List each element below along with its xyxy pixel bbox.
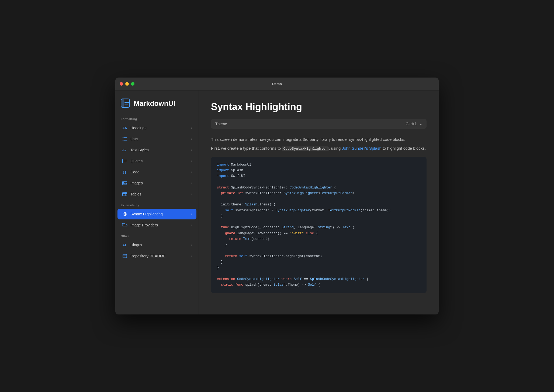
sidebar-item-text-styles[interactable]: abc Text Styles › [117,145,196,155]
maximize-button[interactable] [131,82,134,86]
chevron-right-icon: › [191,223,192,227]
dingus-icon: AI [122,242,128,248]
chevron-right-icon: › [191,137,192,141]
sidebar-item-repository-readme[interactable]: Repository README › [117,251,196,261]
theme-bar: Theme GitHub ⌄ [211,119,427,129]
sidebar-item-label-repository-readme: Repository README [130,254,188,258]
app-name: MarkdownUI [134,99,175,108]
sidebar-item-image-providers[interactable]: Image Providers › [117,220,196,230]
svg-rect-18 [123,181,127,185]
syntax-highlighting-icon [122,211,128,217]
section-label-other: Other [115,231,199,239]
svg-rect-20 [123,192,127,196]
chevron-right-icon: › [191,254,192,258]
readme-icon [122,253,128,259]
svg-text:AI: AI [122,243,126,247]
theme-selector[interactable]: GitHub ⌄ [406,122,422,126]
svg-rect-1 [121,99,124,107]
sidebar-item-syntax-highlighting[interactable]: Syntax Highlighting › [117,209,196,219]
abc-icon: abc [122,147,128,153]
sidebar-item-label-text-styles: Text Styles [130,148,188,152]
chevron-right-icon: › [191,159,192,163]
svg-rect-30 [122,223,125,226]
close-button[interactable] [120,82,123,86]
svg-point-19 [123,182,124,183]
sidebar-item-images[interactable]: Images › [117,178,196,188]
description-paragraph-2: First, we create a type that conforms to… [211,145,427,152]
sidebar-item-tables[interactable]: Tables › [117,189,196,200]
chevron-right-icon: › [191,148,192,152]
image-provider-icon [122,222,128,228]
chevron-right-icon: › [191,126,192,130]
sidebar: MarkdownUI Formatting AA Headings › [115,90,199,314]
chevron-right-icon: › [191,212,192,216]
svg-rect-13 [122,159,123,163]
sidebar-item-label-headings: Headings [130,126,188,130]
chevron-down-icon: ⌄ [420,122,422,126]
sidebar-item-label-code: Code [130,170,188,174]
theme-label: Theme [215,122,227,126]
sidebar-logo: MarkdownUI [115,96,199,114]
app-logo-icon [121,99,130,108]
chevron-right-icon: › [191,170,192,174]
sidebar-item-label-image-providers: Image Providers [130,223,188,227]
sidebar-item-label-lists: Lists [130,137,188,141]
section-label-extensibility: Extensibility [115,200,199,208]
aa-icon: AA [122,125,128,131]
code-icon: {} [122,169,128,175]
sidebar-item-headings[interactable]: AA Headings › [117,122,196,133]
sidebar-item-label-dingus: Dingus [130,243,188,247]
main-content: MarkdownUI Formatting AA Headings › [115,90,439,314]
code-syntax-highlighter: CodeSyntaxHighlighter [282,146,329,151]
sidebar-item-lists[interactable]: Lists › [117,134,196,144]
image-icon [122,180,128,186]
svg-text:AA: AA [122,126,127,130]
sidebar-item-dingus[interactable]: AI Dingus › [117,240,196,250]
app-window: Demo MarkdownUI Formatting [115,78,439,314]
window-title: Demo [272,82,282,86]
svg-text:{}: {} [122,170,127,174]
page-title: Syntax Highlighting [211,101,427,113]
svg-point-10 [123,139,123,139]
svg-point-11 [123,140,123,141]
theme-value: GitHub [406,122,417,126]
sidebar-item-label-syntax-highlighting: Syntax Highlighting [130,212,188,216]
minimize-button[interactable] [125,82,129,86]
titlebar: Demo [115,78,439,90]
table-icon [122,191,128,197]
sidebar-item-label-tables: Tables [130,192,188,196]
sidebar-item-code[interactable]: {} Code › [117,167,196,177]
description-2-post: to highlight code blocks. [382,146,426,150]
quote-icon [122,158,128,164]
content-area: Syntax Highlighting Theme GitHub ⌄ This … [199,90,439,314]
sidebar-item-label-quotes: Quotes [130,159,188,163]
svg-point-25 [124,213,126,215]
svg-text:abc: abc [122,149,127,152]
description-paragraph-1: This screen demonstrates how you can int… [211,136,427,143]
description-2-mid: , using [329,146,342,150]
chevron-right-icon: › [191,181,192,185]
code-content: import MarkdownUI import Splash import S… [217,162,421,288]
list-icon [122,136,128,142]
traffic-lights [120,82,134,86]
svg-point-9 [123,137,123,138]
sidebar-item-label-images: Images [130,181,188,185]
splash-link[interactable]: John Sundell's Splash [342,146,382,150]
chevron-right-icon: › [191,192,192,196]
sidebar-item-quotes[interactable]: Quotes › [117,156,196,166]
chevron-right-icon: › [191,243,192,247]
code-block: import MarkdownUI import Splash import S… [211,157,427,293]
section-label-formatting: Formatting [115,114,199,122]
description-2-pre: First, we create a type that conforms to [211,146,282,150]
description: This screen demonstrates how you can int… [211,136,427,152]
